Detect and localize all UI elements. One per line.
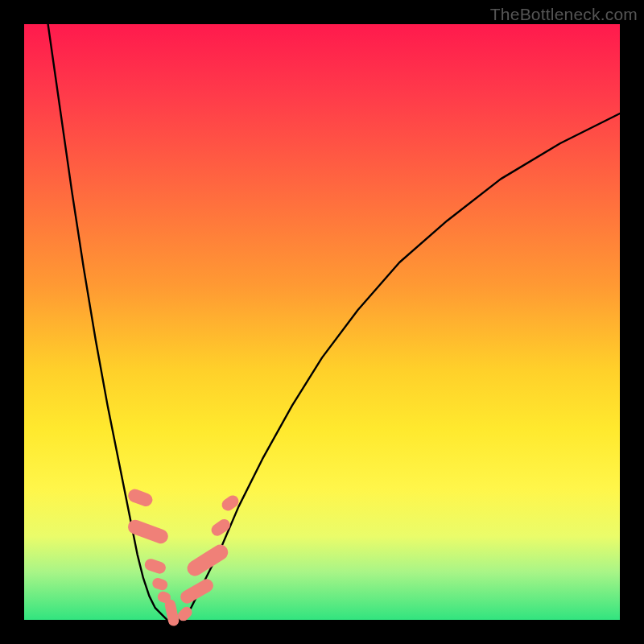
curve-right xyxy=(179,114,620,620)
scatter-point xyxy=(143,557,167,575)
scatter-point xyxy=(151,576,169,592)
scatter-point xyxy=(126,518,171,545)
scatter-point xyxy=(164,598,180,626)
chart-frame: TheBottleneck.com xyxy=(0,0,644,644)
scatter-point xyxy=(209,517,233,539)
watermark-text: TheBottleneck.com xyxy=(490,5,638,24)
scatter-point xyxy=(126,487,155,508)
scatter-point xyxy=(178,576,216,605)
scatter-salmon xyxy=(126,487,242,626)
curve-right-path xyxy=(179,114,620,620)
chart-svg xyxy=(24,24,620,620)
plot-area xyxy=(24,24,620,620)
